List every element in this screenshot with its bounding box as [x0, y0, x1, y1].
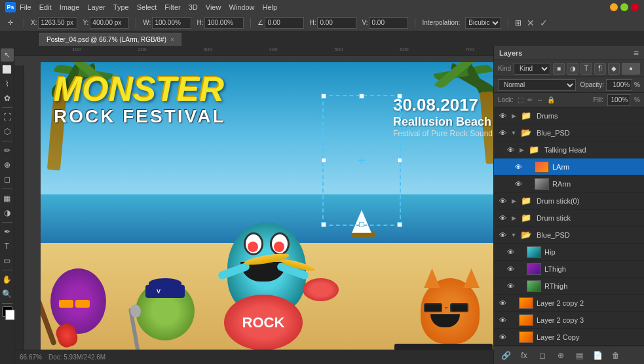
- visibility-larm[interactable]: 👁: [512, 161, 524, 173]
- angle-input[interactable]: [265, 17, 304, 29]
- visibility-drum-stick[interactable]: 👁: [497, 212, 508, 224]
- menu-type[interactable]: Type: [113, 3, 129, 11]
- eraser-tool[interactable]: ◻: [1, 173, 14, 186]
- visibility-talking-head[interactable]: 👁: [504, 144, 516, 156]
- lasso-tool[interactable]: ⌇: [1, 77, 14, 90]
- eyedropper-tool[interactable]: ⬡: [1, 125, 14, 138]
- layer-item-layer2copy3[interactable]: 👁 Layer 2 copy 3: [494, 312, 644, 329]
- layers-list[interactable]: 👁 ▶ 📁 Drums 👁 ▼ 📂 Blue_PSD 👁 ▶: [494, 107, 644, 346]
- expand-drum-stick-0[interactable]: ▶: [510, 195, 518, 207]
- filter-shape-button[interactable]: ¶: [594, 63, 606, 75]
- layer-item-blue-psd-2[interactable]: 👁 ▼ 📂 Blue_PSD: [494, 227, 644, 244]
- layer-item-talking-head[interactable]: 👁 ▶ 📁 Talking Head: [494, 141, 644, 158]
- document-tab[interactable]: Poster_04.psd @ 66.7% (LArm, RGB/8#) ×: [39, 33, 181, 46]
- layer-item-layer2copy2[interactable]: 👁 Layer 2 copy 2: [494, 295, 644, 312]
- fill-input[interactable]: [607, 94, 630, 106]
- marquee-tool[interactable]: ⬜: [1, 63, 14, 76]
- filter-type-button[interactable]: T: [580, 63, 592, 75]
- visibility-drum-stick-0[interactable]: 👁: [497, 195, 508, 207]
- type-tool[interactable]: T: [1, 240, 14, 253]
- layer-item-lthigh[interactable]: 👁 LThigh: [494, 261, 644, 278]
- lock-position-button[interactable]: ↔: [537, 96, 543, 103]
- layer-item-rthigh[interactable]: 👁 RThigh: [494, 278, 644, 295]
- quick-select-tool[interactable]: ✿: [1, 92, 14, 105]
- minimize-button[interactable]: [610, 3, 618, 11]
- visibility-rthigh[interactable]: 👁: [504, 280, 516, 292]
- layer-item-drum-stick[interactable]: 👁 ▶ 📁 Drum stick: [494, 209, 644, 227]
- visibility-layer2copy2[interactable]: 👁: [497, 297, 508, 309]
- visibility-blue-psd-1[interactable]: 👁: [497, 127, 508, 139]
- cancel-transform-icon[interactable]: ✕: [527, 18, 535, 28]
- confirm-transform-icon[interactable]: ✓: [540, 18, 548, 28]
- menu-help[interactable]: Help: [263, 3, 278, 11]
- opacity-input[interactable]: [606, 79, 632, 91]
- layer-item-drums[interactable]: 👁 ▶ 📁 Drums: [494, 107, 644, 124]
- layer-group-button[interactable]: ▤: [573, 349, 586, 362]
- layer-item-rarm[interactable]: 👁 RArm: [494, 175, 644, 192]
- zoom-tool[interactable]: 🔍: [1, 287, 14, 300]
- lock-image-button[interactable]: ✏: [527, 96, 533, 103]
- filter-pixel-button[interactable]: ■: [553, 63, 565, 75]
- dodge-tool[interactable]: ◑: [1, 206, 14, 219]
- clone-tool[interactable]: ⊕: [1, 158, 14, 172]
- shape-tool[interactable]: ▭: [1, 254, 14, 267]
- y-input[interactable]: [90, 17, 129, 29]
- menu-layer[interactable]: Layer: [87, 3, 105, 11]
- lock-all-button[interactable]: 🔒: [547, 96, 555, 103]
- visibility-drums[interactable]: 👁: [497, 110, 508, 122]
- maximize-button[interactable]: [620, 3, 628, 11]
- hand-tool[interactable]: ✋: [1, 273, 14, 286]
- filter-type-select[interactable]: Kind: [514, 63, 550, 75]
- lock-transparent-button[interactable]: ⬚: [518, 96, 523, 103]
- filter-adjustment-button[interactable]: ◑: [567, 63, 578, 75]
- layer-fx-button[interactable]: fx: [518, 349, 531, 362]
- expand-blue-psd-2[interactable]: ▼: [510, 229, 518, 241]
- menu-3d[interactable]: 3D: [189, 3, 198, 11]
- visibility-hip[interactable]: 👁: [504, 246, 516, 258]
- pen-tool[interactable]: ✒: [1, 225, 14, 238]
- v-skew-input[interactable]: [369, 17, 408, 29]
- layers-panel-menu-button[interactable]: ≡: [634, 48, 639, 58]
- layer-adjustment-button[interactable]: ⊕: [554, 349, 567, 362]
- menu-edit[interactable]: Edit: [39, 3, 52, 11]
- brush-tool[interactable]: ✏: [1, 144, 14, 157]
- visibility-layer2copy[interactable]: 👁: [497, 331, 508, 343]
- close-button[interactable]: [631, 3, 639, 11]
- h-skew-input[interactable]: [317, 17, 356, 29]
- layer-item-blue-psd-1[interactable]: 👁 ▼ 📂 Blue_PSD: [494, 124, 644, 141]
- blend-mode-select[interactable]: Normal: [498, 79, 576, 91]
- menu-image[interactable]: Image: [60, 3, 80, 11]
- move-tool[interactable]: ↖: [1, 48, 14, 62]
- layer-mask-button[interactable]: ◻: [536, 349, 549, 362]
- gradient-tool[interactable]: ▦: [1, 192, 14, 205]
- layer-link-button[interactable]: 🔗: [499, 349, 512, 362]
- visibility-lthigh[interactable]: 👁: [504, 263, 516, 275]
- menu-window[interactable]: Window: [229, 3, 254, 11]
- filter-toggle-button[interactable]: ●: [622, 63, 640, 75]
- transform-warp-icon[interactable]: ⊞: [515, 18, 521, 27]
- visibility-layer2copy3[interactable]: 👁: [497, 314, 508, 326]
- w-input[interactable]: [152, 17, 191, 29]
- expand-drum-stick[interactable]: ▶: [510, 212, 518, 224]
- menu-view[interactable]: View: [206, 3, 221, 11]
- expand-talking-head[interactable]: ▶: [518, 144, 525, 156]
- filter-smart-button[interactable]: ◆: [608, 63, 620, 75]
- layer-item-drum-stick-0[interactable]: 👁 ▶ 📁 Drum stick(0): [494, 192, 644, 209]
- canvas-wrapper[interactable]: MONSTER ROCK FESTIVAL 30.08.2017 Reallus…: [34, 56, 493, 350]
- crop-tool[interactable]: ⛶: [1, 111, 14, 124]
- layer-delete-button[interactable]: 🗑: [609, 349, 622, 362]
- visibility-rarm[interactable]: 👁: [512, 178, 524, 190]
- visibility-blue-psd-2[interactable]: 👁: [497, 229, 508, 241]
- foreground-color[interactable]: [2, 306, 12, 317]
- layer-item-larm[interactable]: 👁 LArm: [494, 158, 644, 175]
- layer-new-button[interactable]: 📄: [591, 349, 604, 362]
- expand-drums[interactable]: ▶: [510, 110, 518, 122]
- layer-item-hip[interactable]: 👁 Hip: [494, 244, 644, 261]
- x-input[interactable]: [38, 17, 77, 29]
- tab-close-button[interactable]: ×: [170, 36, 174, 43]
- menu-file[interactable]: File: [20, 3, 31, 11]
- menu-select[interactable]: Select: [137, 3, 157, 11]
- menu-filter[interactable]: Filter: [164, 3, 180, 11]
- h-input[interactable]: [204, 17, 244, 29]
- interpolation-select[interactable]: Bicubic: [465, 17, 501, 29]
